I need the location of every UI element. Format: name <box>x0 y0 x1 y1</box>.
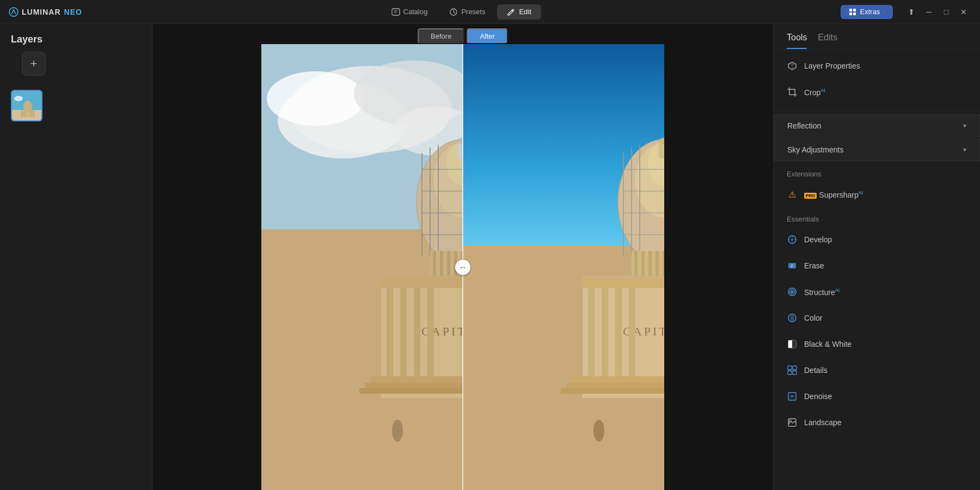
minimize-win-btn[interactable]: ─ <box>921 4 936 20</box>
sky-adjustments-label: Sky Adjustments <box>787 145 957 154</box>
black-white-item[interactable]: Black & White <box>774 331 980 357</box>
svg-point-20 <box>267 71 365 126</box>
reflection-expandable[interactable]: Reflection ▾ <box>774 114 980 137</box>
divider-1 <box>774 111 980 111</box>
catalog-icon <box>391 8 400 16</box>
catalog-label: Catalog <box>403 8 428 16</box>
close-win-btn[interactable]: ✕ <box>956 4 971 20</box>
expandable-section: Reflection ▾ Sky Adjustments ▾ <box>774 113 980 162</box>
layer-thumb-1[interactable] <box>11 90 42 121</box>
denoise-item[interactable]: Denoise <box>774 383 980 409</box>
svg-rect-135 <box>788 393 796 400</box>
supersharp-warning-icon: ⚠ <box>788 189 796 200</box>
svg-rect-101 <box>588 284 595 376</box>
add-layer-btn[interactable]: + <box>22 52 46 76</box>
structure-svg <box>787 287 797 297</box>
sky-adjustments-expandable[interactable]: Sky Adjustments ▾ <box>774 138 980 161</box>
reflection-chevron-icon: ▾ <box>963 122 966 130</box>
after-btn[interactable]: After <box>467 28 507 44</box>
layer-properties-item[interactable]: Layer Properties <box>774 53 980 79</box>
details-svg <box>787 365 797 375</box>
canvas-wrapper: ·CAPITOLIO· <box>152 45 773 490</box>
svg-rect-52 <box>400 284 407 376</box>
svg-rect-60 <box>370 376 463 383</box>
landscape-item[interactable]: Landscape <box>774 409 980 436</box>
extras-label: Extras <box>860 8 880 16</box>
svg-rect-3 <box>849 9 852 11</box>
before-after-controls: Before After <box>418 28 508 44</box>
split-handle[interactable]: ↔ <box>455 260 470 275</box>
svg-point-137 <box>789 420 791 422</box>
svg-rect-54 <box>427 284 434 376</box>
edits-dot: · <box>837 35 839 41</box>
split-view: ·CAPITOLIO· <box>261 44 664 490</box>
landscape-label: Landscape <box>804 418 967 427</box>
crop-svg <box>787 87 797 97</box>
svg-rect-40 <box>433 251 436 278</box>
after-scene: ·CAPITOLIO· <box>463 44 664 490</box>
svg-rect-6 <box>853 13 856 15</box>
svg-point-116 <box>791 238 794 241</box>
supersharp-item[interactable]: ⚠ PROSupersharpAI <box>774 181 980 207</box>
svg-rect-102 <box>602 284 608 376</box>
crop-item[interactable]: CropAI <box>774 79 980 105</box>
before-btn[interactable]: Before <box>418 28 464 44</box>
catalog-nav-btn[interactable]: Catalog <box>382 4 438 20</box>
layers-title: Layers <box>0 24 152 52</box>
svg-rect-121 <box>788 263 796 268</box>
svg-point-125 <box>791 289 793 291</box>
color-item[interactable]: Color <box>774 305 980 331</box>
titlebar-right: Extras · ⬆ ─ □ ✕ <box>841 4 971 20</box>
edit-icon <box>507 8 516 16</box>
erase-item[interactable]: Erase <box>774 253 980 279</box>
svg-rect-131 <box>788 366 792 370</box>
logo-neo-text: NEO <box>64 8 82 16</box>
svg-rect-42 <box>447 251 450 278</box>
svg-point-126 <box>791 292 793 295</box>
crop-icon <box>787 87 798 97</box>
denoise-icon <box>787 391 798 402</box>
svg-rect-77 <box>659 142 664 158</box>
erase-label: Erase <box>804 261 967 270</box>
structure-label: StructureAI <box>804 287 967 297</box>
svg-rect-134 <box>793 371 797 375</box>
details-icon <box>787 365 798 376</box>
bw-icon <box>787 339 798 350</box>
svg-point-63 <box>392 420 403 442</box>
canvas-area: Before After <box>152 24 773 490</box>
essentials-section-header: Essentials <box>774 207 980 226</box>
erase-icon <box>787 260 798 271</box>
structure-text: Structure <box>804 287 835 296</box>
svg-rect-111 <box>566 383 664 388</box>
layer-thumb-image <box>12 91 42 121</box>
titlebar: LUMINAR NEO Catalog Presets Edit <box>0 0 980 24</box>
structure-item[interactable]: StructureAI <box>774 279 980 305</box>
svg-rect-90 <box>634 251 638 278</box>
develop-item[interactable]: Develop <box>774 226 980 253</box>
presets-nav-btn[interactable]: Presets <box>439 4 495 20</box>
reflection-label: Reflection <box>787 121 957 130</box>
details-item[interactable]: Details <box>774 357 980 383</box>
extras-btn[interactable]: Extras · <box>841 5 893 19</box>
edit-nav-btn[interactable]: Edit <box>497 4 541 20</box>
svg-rect-51 <box>387 284 393 376</box>
upload-win-btn[interactable]: ⬆ <box>904 4 919 20</box>
logo-icon <box>9 7 19 17</box>
svg-rect-59 <box>381 278 463 288</box>
svg-point-16 <box>14 96 23 101</box>
layer-props-svg <box>787 61 797 71</box>
color-label: Color <box>804 314 967 322</box>
develop-label: Develop <box>804 235 967 244</box>
maximize-win-btn[interactable]: □ <box>939 4 954 20</box>
svg-rect-129 <box>788 340 792 348</box>
svg-rect-104 <box>629 284 635 376</box>
sky-adjustments-chevron-icon: ▾ <box>963 146 966 154</box>
tab-edits[interactable]: Edits· <box>818 33 838 49</box>
extras-dot: · <box>883 8 885 16</box>
svg-text:·CAPITOLIO·: ·CAPITOLIO· <box>416 324 463 338</box>
color-svg <box>787 313 797 323</box>
layer-props-icon <box>787 60 798 71</box>
svg-rect-91 <box>641 251 645 278</box>
svg-rect-11 <box>21 111 35 117</box>
tab-tools[interactable]: Tools <box>787 33 807 49</box>
